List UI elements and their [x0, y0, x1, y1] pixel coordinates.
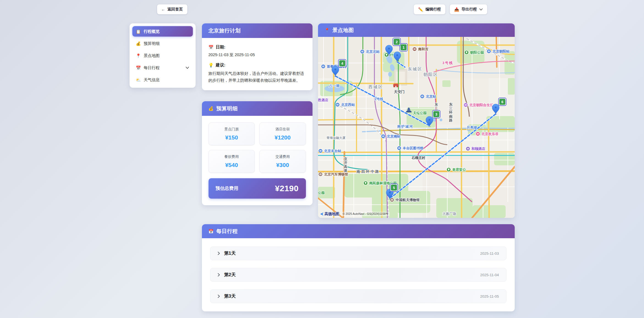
day-label: 第3天: [224, 293, 236, 299]
map-viewport[interactable]: 北京北站什刹海雍和宫朝阳公园北京朝阳站3号线东城区朝阳区首都师范大学八一湖西城区…: [318, 37, 515, 218]
sidebar-item-label: 景点地图: [144, 53, 160, 58]
day-row-2[interactable]: 第2天2025-11-04: [210, 268, 506, 282]
map-poi-label: 东三环南路: [449, 102, 453, 122]
chevron-right-icon: [218, 251, 220, 255]
map-poi-label: 北京丰台站: [324, 149, 341, 153]
map-poi-label: 2号线: [375, 97, 383, 101]
sidebar-item-icon: 📅: [136, 66, 141, 70]
day-row-3[interactable]: 第3天2025-11-05: [210, 289, 506, 303]
map-marker-badge-6[interactable]: 6: [498, 98, 506, 106]
back-arrow-icon: ←: [161, 7, 165, 12]
budget-total-value: ¥2190: [275, 184, 299, 193]
day-date: 2025-11-04: [480, 273, 499, 277]
map-poi-label: 大族广场: [442, 212, 456, 216]
poi-park-icon: [363, 181, 368, 185]
budget-total-label: 预估总费用: [216, 185, 239, 191]
poi-station-icon: [381, 134, 385, 138]
poi-station-icon: [360, 50, 364, 54]
tiananmen-icon: [393, 84, 399, 87]
sidebar-nav: 📋行程概览💰预算明细📍景点地图📅每日行程⛅天气信息: [132, 26, 193, 85]
map-poi-label: 朝阳公园: [470, 51, 484, 54]
date-value: 2025-11-03 至 2025-11-05: [209, 52, 306, 57]
edit-trip-label: 编辑行程: [426, 7, 441, 12]
svg-text:3: 3: [435, 112, 437, 116]
svg-text:2: 2: [396, 40, 398, 44]
chevron-down-icon: [479, 8, 483, 11]
calendar-icon: 📅: [209, 45, 214, 49]
map-poi-label: 京开高速: [344, 157, 347, 172]
overview-card-header: 北京旅行计划: [202, 23, 313, 38]
attractions-map[interactable]: 北京北站什刹海雍和宫朝阳公园北京朝阳站3号线东城区朝阳区首都师范大学八一湖西城区…: [318, 37, 515, 218]
back-home-label: 返回首页: [168, 7, 183, 12]
sidebar-item-label: 天气信息: [144, 77, 160, 83]
chevron-right-icon: [218, 273, 220, 277]
poi-mall-icon: [464, 103, 468, 107]
budget-item-value: ¥300: [276, 162, 289, 168]
daily-card-header: 📅 每日行程: [202, 224, 515, 238]
day-label: 第1天: [224, 250, 236, 256]
map-poi-label: 天安门: [394, 90, 405, 94]
sidebar-item-1[interactable]: 📋行程概览: [132, 26, 193, 37]
topbar-actions: ✏️ 编辑行程 📥 导出行程: [414, 4, 487, 14]
poi-museum-icon: [390, 198, 394, 202]
poi-hotel-icon: [466, 147, 470, 151]
budget-grid: 景点门票¥150酒店住宿¥1200餐饮费用¥540交通费用¥300: [209, 122, 306, 173]
map-poi-label: 月亮湖: [466, 126, 477, 130]
sidebar-item-icon: 📍: [136, 54, 141, 58]
map-marker-badge-3[interactable]: 3: [432, 110, 440, 118]
map-poi-label: 中国航天博物馆: [396, 198, 420, 202]
back-home-button[interactable]: ← 返回首页: [157, 4, 187, 14]
export-tray-icon: 📥: [454, 7, 459, 12]
map-poi-label: 3号线: [442, 61, 453, 65]
date-label-text: 日期:: [216, 45, 225, 50]
amap-logo-icon: [320, 212, 324, 216]
svg-text:5: 5: [393, 186, 395, 190]
day-row-1[interactable]: 第1天2025-11-03: [210, 246, 506, 260]
sidebar-item-icon: 💰: [136, 42, 141, 46]
sidebar-item-label: 预算明细: [144, 41, 160, 46]
edit-trip-button[interactable]: ✏️ 编辑行程: [414, 4, 445, 14]
map-poi-label: 雍和宫: [418, 47, 429, 51]
overview-card-body: 📅 日期: 2025-11-03 至 2025-11-05 💡 建议: 旅行期间…: [202, 38, 313, 90]
poi-school-icon: [321, 64, 325, 68]
money-bag-icon: 💰: [209, 106, 214, 111]
budget-card-body: 景点门票¥150酒店住宿¥1200餐饮费用¥540交通费用¥300 预估总费用 …: [202, 116, 313, 205]
map-marker-badge-5[interactable]: 5: [390, 184, 398, 191]
export-trip-button[interactable]: 📥 导出行程: [450, 4, 487, 14]
map-poi-label: 南护城河: [397, 125, 413, 128]
poi-park-icon: [446, 168, 451, 172]
chevron-right-icon: [218, 294, 220, 298]
amap-logo: 高德地图: [320, 212, 339, 216]
tip-label-text: 建议:: [216, 62, 225, 68]
daily-card-title: 每日行程: [216, 228, 238, 235]
map-poi-label: 北京站: [426, 94, 436, 98]
budget-total-bar: 预估总费用 ¥2190: [209, 178, 306, 199]
map-attribution: 高德地图 © 2025 AutoNavi - GS(2024)1158号: [320, 212, 390, 216]
tip-text: 旅行期间天气总体较好，适合户外活动。建议穿着舒适的步行鞋，并带上防晒和保暖衣物以…: [209, 70, 306, 84]
sidebar-item-2[interactable]: 💰预算明细: [132, 38, 193, 49]
map-marker-badge-2[interactable]: 2: [393, 38, 401, 46]
map-marker-badge-4[interactable]: 4: [338, 59, 346, 67]
sidebar-item-3[interactable]: 📍景点地图: [132, 50, 193, 61]
poi-temple-icon: [412, 47, 416, 51]
map-poi-label: 公园: [318, 191, 325, 195]
day-date: 2025-11-03: [480, 251, 499, 256]
amap-logo-text: 高德地图: [325, 212, 339, 216]
daily-itinerary-card: 📅 每日行程 第1天2025-11-03第2天2025-11-04第3天2025…: [202, 224, 515, 311]
budget-item: 酒店住宿¥1200: [259, 122, 306, 145]
poi-station-icon: [420, 94, 424, 98]
sidebar-item-5[interactable]: ⛅天气信息: [132, 75, 193, 85]
map-poi-label: 北京欢乐谷: [481, 132, 499, 136]
poi-museum-icon: [318, 172, 322, 176]
map-poi-label: 青海金融大厦: [326, 136, 346, 139]
map-poi-label: 八一湖: [329, 84, 339, 88]
sidebar-item-4[interactable]: 📅每日行程: [132, 62, 193, 73]
map-marker-badge-1[interactable]: 1: [400, 43, 407, 51]
pushpin-icon: 📍: [325, 28, 330, 32]
budget-item-value: ¥150: [225, 134, 238, 141]
budget-item: 餐饮费用¥540: [209, 150, 255, 173]
chevron-down-icon: [185, 67, 189, 69]
map-poi-label: 老君堂公: [452, 168, 466, 172]
middle-column: 北京旅行计划 📅 日期: 2025-11-03 至 2025-11-05 💡 建…: [202, 23, 313, 205]
tip-field-label: 💡 建议:: [209, 62, 306, 68]
